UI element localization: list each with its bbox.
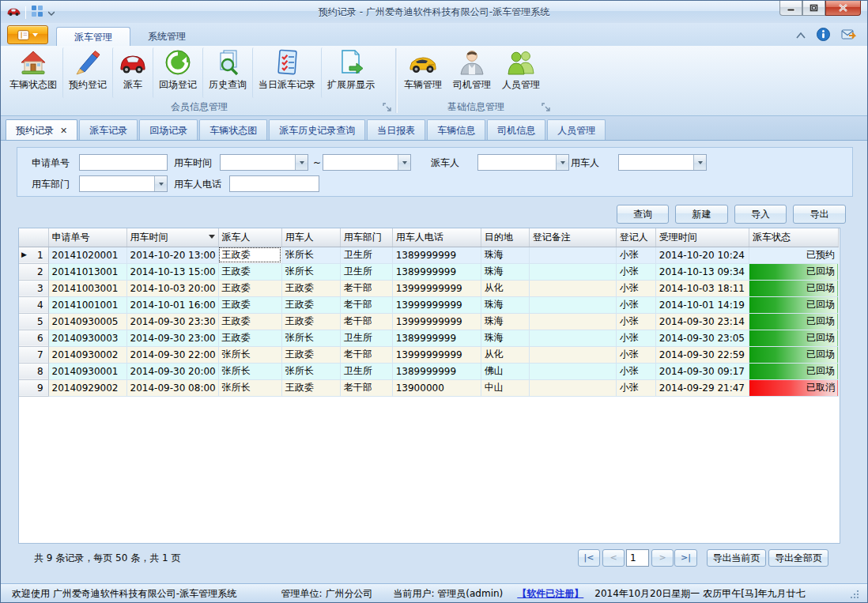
col-header-dispatch-status[interactable]: 派车状态 xyxy=(749,228,838,247)
export-button[interactable]: 导出 xyxy=(793,205,846,224)
table-cell[interactable] xyxy=(529,379,616,396)
col-header-department[interactable]: 用车部门 xyxy=(340,228,392,247)
chevron-down-icon[interactable] xyxy=(154,176,167,191)
table-cell[interactable]: 20140930005 xyxy=(48,313,126,330)
table-cell[interactable]: 13999999999 xyxy=(392,296,481,313)
table-cell[interactable]: 张所长 xyxy=(218,379,281,396)
table-cell[interactable]: 2014-09-30 09:17 xyxy=(655,363,749,379)
table-cell[interactable]: 2014-09-30 22:59 xyxy=(655,346,749,363)
table-cell[interactable]: 已预约 xyxy=(749,247,838,263)
row-indicator[interactable]: ▶1 xyxy=(19,247,48,263)
table-cell[interactable]: 13999999999 xyxy=(392,280,481,296)
table-cell[interactable]: 已回场 xyxy=(749,263,838,280)
table-cell[interactable]: 已回场 xyxy=(749,346,838,363)
close-tab-icon[interactable]: ✕ xyxy=(60,126,67,136)
table-cell[interactable]: 卫生所 xyxy=(340,330,392,346)
dispatcher-select[interactable] xyxy=(477,154,569,171)
restore-button[interactable] xyxy=(802,1,825,16)
table-cell[interactable]: 2014-10-03 18:11 xyxy=(655,280,749,296)
table-cell[interactable]: 小张 xyxy=(616,330,655,346)
license-link[interactable]: 【软件已注册】 xyxy=(517,587,583,601)
table-cell[interactable]: 13999999999 xyxy=(392,346,481,363)
close-button[interactable] xyxy=(825,1,861,16)
col-header-user-phone[interactable]: 用车人电话 xyxy=(392,228,481,247)
table-cell[interactable]: 王政委 xyxy=(218,280,281,296)
table-cell[interactable]: 2014-09-30 08:00 xyxy=(126,379,218,396)
table-cell[interactable]: 卫生所 xyxy=(340,263,392,280)
table-cell[interactable]: 2014-10-03 20:00 xyxy=(126,280,218,296)
row-indicator[interactable]: 6 xyxy=(19,330,48,346)
col-header-accept-time[interactable]: 受理时间 xyxy=(655,228,749,247)
table-cell[interactable]: 小张 xyxy=(616,313,655,330)
table-cell[interactable] xyxy=(529,247,616,263)
table-cell[interactable]: 2014-09-30 23:30 xyxy=(126,313,218,330)
table-cell[interactable]: 2014-09-30 23:00 xyxy=(126,330,218,346)
table-cell[interactable]: 从化 xyxy=(481,280,529,296)
table-cell[interactable]: 小张 xyxy=(616,379,655,396)
table-cell[interactable]: 13999999999 xyxy=(392,313,481,330)
table-cell[interactable] xyxy=(529,313,616,330)
table-cell[interactable] xyxy=(529,363,616,379)
table-row[interactable]: 6201409300032014-09-30 23:00王政委张所长卫生所138… xyxy=(19,330,839,346)
table-cell[interactable]: 20141001001 xyxy=(48,296,126,313)
table-cell[interactable]: 王政委 xyxy=(218,313,281,330)
table-cell[interactable]: 2014-09-30 20:00 xyxy=(126,363,218,379)
table-cell[interactable]: 小张 xyxy=(616,263,655,280)
today-dispatch-records-button[interactable]: 当日派车记录 xyxy=(252,47,321,98)
user-phone-input[interactable] xyxy=(229,175,319,192)
table-cell[interactable]: 珠海 xyxy=(481,330,529,346)
table-cell[interactable]: 珠海 xyxy=(481,313,529,330)
col-header-car-user[interactable]: 用车人 xyxy=(281,228,340,247)
table-cell[interactable]: 珠海 xyxy=(481,296,529,313)
row-indicator[interactable]: 3 xyxy=(19,280,48,296)
dispatch-button[interactable]: 派车 xyxy=(112,47,153,98)
table-row[interactable]: ▶1201410200012014-10-20 13:00王政委张所长卫生所13… xyxy=(19,247,839,263)
row-indicator[interactable]: 8 xyxy=(19,363,48,379)
table-cell[interactable]: 老干部 xyxy=(340,280,392,296)
table-cell[interactable] xyxy=(529,296,616,313)
table-cell[interactable]: 王政委 xyxy=(218,296,281,313)
table-row[interactable]: 3201410030012014-10-03 20:00王政委王政委老干部139… xyxy=(19,280,839,296)
table-cell[interactable]: 1389999999 xyxy=(392,247,481,263)
chevron-down-icon[interactable] xyxy=(693,155,706,170)
dialog-launcher-icon[interactable] xyxy=(383,103,392,112)
table-cell[interactable]: 小张 xyxy=(616,363,655,379)
department-select[interactable] xyxy=(79,175,168,192)
last-page-button[interactable]: >| xyxy=(674,549,697,567)
doc-tab-dispatch-records[interactable]: 派车记录 xyxy=(79,119,138,140)
table-cell[interactable]: 小张 xyxy=(616,346,655,363)
table-cell[interactable]: 2014-09-30 22:00 xyxy=(126,346,218,363)
return-register-button[interactable]: 回场登记 xyxy=(153,47,202,98)
table-cell[interactable]: 2014-10-13 15:00 xyxy=(126,263,218,280)
table-cell[interactable]: 王政委 xyxy=(218,263,281,280)
table-cell[interactable]: 已回场 xyxy=(749,296,838,313)
table-cell[interactable]: 王政委 xyxy=(281,296,340,313)
row-indicator[interactable]: 5 xyxy=(19,313,48,330)
first-page-button[interactable]: |< xyxy=(578,549,600,567)
table-cell[interactable]: 2014-10-01 16:00 xyxy=(126,296,218,313)
table-cell[interactable]: 小张 xyxy=(616,296,655,313)
col-header-register-remark[interactable]: 登记备注 xyxy=(529,228,616,247)
table-cell[interactable]: 珠海 xyxy=(481,263,529,280)
reservation-register-button[interactable]: 预约登记 xyxy=(62,47,112,98)
application-menu-button[interactable] xyxy=(7,25,48,44)
query-button[interactable]: 查询 xyxy=(617,205,669,224)
personnel-manage-button[interactable]: 人员管理 xyxy=(496,47,545,98)
table-cell[interactable]: 已取消 xyxy=(749,379,838,396)
table-cell[interactable]: 王政委 xyxy=(281,313,340,330)
table-cell[interactable] xyxy=(529,280,616,296)
table-cell[interactable]: 2014-09-30 23:14 xyxy=(655,313,749,330)
info-icon[interactable] xyxy=(817,28,830,43)
table-cell[interactable]: 2014-10-13 09:34 xyxy=(655,263,749,280)
table-cell[interactable]: 2014-09-30 23:05 xyxy=(655,330,749,346)
driver-manage-button[interactable]: 司机管理 xyxy=(447,47,496,98)
ribbon-tab-dispatch[interactable]: 派车管理 xyxy=(56,27,130,46)
table-cell[interactable]: 老干部 xyxy=(340,296,392,313)
table-cell[interactable]: 2014-09-29 21:47 xyxy=(655,379,749,396)
table-cell[interactable]: 1389999999 xyxy=(392,330,481,346)
doc-tab-vehicle-info[interactable]: 车辆信息 xyxy=(427,119,485,140)
table-cell[interactable]: 20140930002 xyxy=(48,346,126,363)
request-no-input[interactable] xyxy=(79,154,168,171)
chevron-down-icon[interactable] xyxy=(295,155,308,170)
collapse-ribbon-icon[interactable] xyxy=(796,30,806,41)
